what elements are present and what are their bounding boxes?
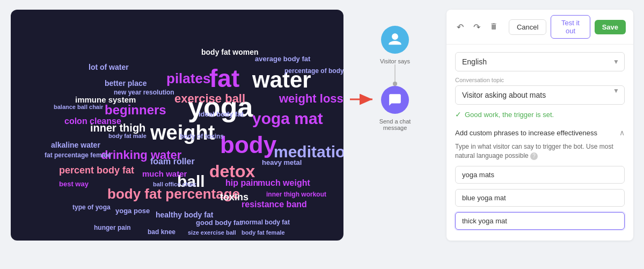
flow-connector-1: [394, 64, 396, 86]
topic-select[interactable]: Visitor asking about mats Visitor asking…: [455, 85, 625, 105]
word-cloud-word: fat: [209, 66, 239, 91]
redo-button[interactable]: ↷: [471, 19, 483, 35]
word-cloud-word: hip pain: [225, 179, 258, 187]
word-cloud-word: average body fat: [255, 55, 310, 62]
word-cloud-word: ideal body fat: [199, 111, 244, 118]
word-cloud-word: foam roller: [150, 157, 195, 166]
right-panel: ↶ ↷ Cancel Test it out Save English Span…: [447, 10, 633, 241]
word-cloud-word: body fat women: [201, 48, 259, 56]
send-message-label: Send a chat message: [379, 118, 411, 131]
chat-icon: [381, 86, 409, 114]
phrase-input-3[interactable]: [455, 212, 625, 230]
save-button[interactable]: Save: [595, 20, 626, 34]
word-cloud-word: heavy metal: [262, 159, 302, 166]
word-cloud-word: body fat female: [241, 230, 285, 236]
word-cloud-word: immune system: [75, 96, 136, 104]
word-cloud-word: lot of water: [89, 63, 129, 71]
word-cloud-word: percent body fat: [59, 165, 134, 175]
send-message-node[interactable]: Send a chat message: [379, 86, 411, 131]
word-cloud-word: detox: [209, 163, 255, 180]
custom-phrases-section-header: Add custom phrases to increase effective…: [455, 124, 625, 137]
phrase-input-1[interactable]: [455, 166, 625, 184]
word-cloud-word: resistance band: [241, 200, 307, 209]
word-cloud-word: body: [220, 133, 276, 157]
wordcloud-panel: yogafatwaterbodyweightyoga matmeditation…: [11, 10, 343, 241]
word-cloud-word: weight loss: [279, 93, 343, 105]
word-cloud-word: pilates: [166, 71, 210, 85]
panel-body: English Spanish French ▼ Conversation to…: [447, 45, 633, 241]
word-cloud-word: best way: [59, 180, 89, 187]
word-cloud-word: better place: [105, 79, 147, 87]
custom-phrases-title: Add custom phrases to increase effective…: [455, 129, 597, 137]
word-cloud-word: good body fat: [196, 219, 242, 226]
delete-button[interactable]: [488, 19, 500, 35]
flow-area: Visitor says Send a chat message: [352, 10, 438, 131]
phrase-input-2[interactable]: [455, 189, 625, 207]
undo-button[interactable]: ↶: [454, 19, 466, 35]
trigger-success-message: ✓ Good work, the trigger is set.: [455, 110, 625, 119]
help-icon[interactable]: ?: [530, 152, 538, 160]
word-cloud-word: balance ball chair: [54, 104, 103, 110]
hint-text: Type in what visitor can say to trigger …: [455, 142, 625, 161]
word-cloud-word: inner thigh workout: [266, 191, 326, 198]
arrow-indicator: [350, 91, 377, 110]
trigger-success-text: Good work, the trigger is set.: [465, 111, 554, 119]
word-cloud-word: meditation: [274, 144, 343, 160]
word-cloud-word: colon cleanse: [64, 117, 121, 126]
word-cloud-word: new year resolution: [114, 89, 174, 96]
word-cloud-word: body fat male: [108, 133, 147, 139]
word-cloud-word: ball office chair: [153, 181, 196, 187]
word-cloud-word: healthy body fat: [156, 211, 213, 219]
word-cloud-word: type of yoga: [72, 204, 111, 210]
word-cloud-word: size exercise ball: [188, 230, 236, 236]
word-cloud-word: hunger pain: [94, 224, 131, 231]
visitor-says-label: Visitor says: [380, 58, 410, 64]
toolbar: ↶ ↷ Cancel Test it out Save: [447, 10, 633, 45]
word-cloud-word: fat percentage female: [45, 152, 111, 158]
word-cloud-word: yoga pose: [115, 207, 150, 214]
test-button[interactable]: Test it out: [551, 15, 590, 39]
word-cloud-word: exercise ball: [174, 93, 245, 105]
word-cloud-word: much water: [142, 170, 187, 178]
language-field: English Spanish French ▼: [455, 52, 625, 71]
word-cloud-word: body of toxins: [180, 133, 224, 140]
word-cloud-word: beginners: [105, 104, 166, 117]
collapse-icon[interactable]: ∧: [619, 128, 625, 137]
language-select[interactable]: English Spanish French: [455, 52, 625, 71]
topic-label: Conversation topic: [455, 77, 625, 83]
word-cloud-word: normal body fat: [241, 219, 290, 226]
word-cloud-word: bad knee: [148, 229, 175, 235]
word-cloud-word: percentage of body: [284, 68, 343, 74]
visitor-icon: [381, 26, 409, 54]
word-cloud-word: yoga mat: [252, 111, 323, 127]
main-container: yogafatwaterbodyweightyoga matmeditation…: [11, 10, 633, 259]
topic-field: Conversation topic Visitor asking about …: [455, 77, 625, 105]
cancel-button[interactable]: Cancel: [509, 19, 546, 35]
visitor-says-node: Visitor says: [380, 26, 410, 64]
word-cloud-word: much weight: [258, 179, 310, 187]
word-cloud-word: alkaline water: [51, 141, 100, 149]
check-icon: ✓: [455, 110, 462, 119]
word-cloud-word: toxins: [220, 192, 248, 202]
